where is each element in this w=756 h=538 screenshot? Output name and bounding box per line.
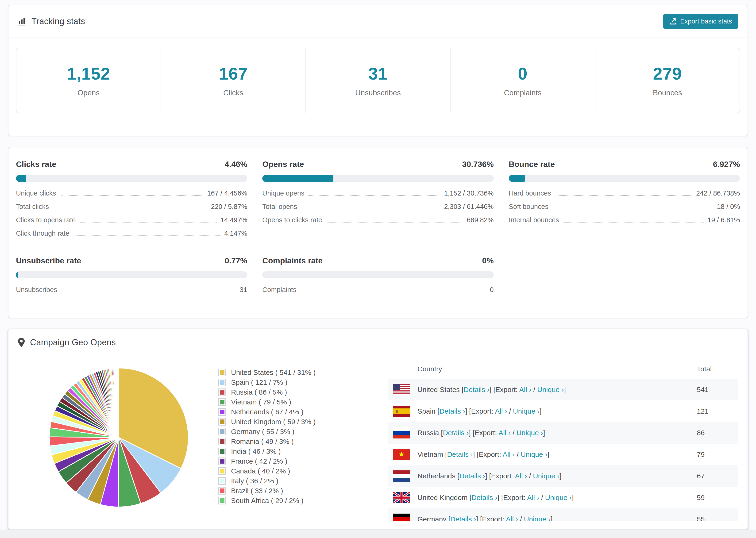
legend-label: Spain ( 121 / 7% ) [231,378,287,386]
export-all-link[interactable]: All › [519,386,531,394]
map-pin-icon [18,338,25,347]
legend-item-south-africa: South Africa ( 29 / 2% ) [219,496,360,506]
details-link[interactable]: Details › [439,407,465,415]
rate-block-unsubscribe-rate: Unsubscribe rate0.77%Unsubscribes31 [16,256,247,294]
table-row-united-states: United States [Details ›] [Export: All ›… [388,379,738,401]
ru-flag-icon [393,427,410,439]
country-name: United Kingdom [ [417,494,471,501]
country-row-text: Vietnam [Details ›] [Export: All › / Uni… [417,451,549,458]
stat-box-bounces: 279Bounces [595,48,740,113]
export-unique-link[interactable]: Unique › [524,515,551,521]
rate-title: Complaints rate [262,256,323,265]
export-all-link[interactable]: All › [527,494,539,501]
pie-slice-53[interactable] [119,368,119,438]
details-link[interactable]: Details › [471,494,497,501]
rate-row-value: 1,152 / 30.736% [444,189,494,197]
dotted-leader [326,222,463,223]
geo-table: Country Total United States [Details ›] … [388,359,738,521]
dotted-leader [60,195,203,196]
rate-row-label: Total clicks [16,203,49,211]
rate-row-internal-bounces: Internal bounces19 / 6.81% [509,216,740,224]
total-cell: 86 [697,429,738,437]
export-all-link[interactable]: All › [499,429,511,437]
dotted-leader [555,195,692,196]
bracket-text: ] [Export: [473,451,503,458]
export-all-link[interactable]: All › [495,407,507,415]
legend-label: Germany ( 55 / 3% ) [231,428,295,436]
stat-value-opens: 1,152 [67,64,110,83]
bracket-text: ] [572,494,573,501]
bracket-text: ] [Export: [465,407,495,415]
page-background-strip [0,529,756,538]
export-unique-link[interactable]: Unique › [513,407,540,415]
export-button-label: Export basic stats [680,18,732,25]
rate-row-value: 31 [240,286,247,294]
stats-row: 1,152Opens167Clicks31Unsubscribes0Compla… [16,48,740,113]
rate-title: Bounce rate [509,160,555,169]
country-cell: Vietnam [Details ›] [Export: All › / Uni… [393,449,697,460]
dotted-leader [308,195,440,196]
legend-item-india: India ( 46 / 3% ) [219,447,360,456]
country-column-header: Country [388,365,697,373]
legend-label: Vietnam ( 79 / 5% ) [231,398,291,406]
tracking-stats-header: Tracking stats Export basic stats [9,5,747,38]
export-unique-link[interactable]: Unique › [537,386,564,394]
export-all-link[interactable]: All › [515,472,527,480]
legend-item-vietnam: Vietnam ( 79 / 5% ) [219,397,360,407]
rate-block-clicks-rate: Clicks rate4.46%Unique clicks167 / 4.456… [16,160,247,237]
rate-title: Opens rate [262,160,304,169]
rate-header-complaints-rate: Complaints rate0% [262,256,494,265]
legend-label: United Kingdom ( 59 / 3% ) [231,418,315,426]
details-link[interactable]: Details › [459,472,485,480]
dotted-leader [301,209,441,209]
legend-item-netherlands: Netherlands ( 67 / 4% ) [219,407,360,417]
stat-value-unsubscribes: 31 [368,64,388,83]
bar-chart-icon [18,17,26,26]
progress-bar-fill [16,175,26,182]
rates-card: Clicks rate4.46%Unique clicks167 / 4.456… [8,147,748,318]
export-unique-link[interactable]: Unique › [516,429,543,437]
legend-item-spain: Spain ( 121 / 7% ) [219,377,360,387]
export-unique-link[interactable]: Unique › [533,472,560,480]
legend-item-italy: Italy ( 36 / 2% ) [219,476,360,486]
rate-row-total-clicks: Total clicks220 / 5.87% [16,203,247,211]
rate-row-label: Unsubscribes [16,286,57,294]
details-link[interactable]: Details › [450,515,476,521]
details-link[interactable]: Details › [443,429,469,437]
country-name: Netherlands [ [417,472,459,480]
country-cell: Spain [Details ›] [Export: All › / Uniqu… [393,405,697,417]
rate-block-bounce-rate: Bounce rate6.927%Hard bounces242 / 86.73… [509,160,740,237]
rate-row-value: 19 / 6.81% [707,216,740,224]
country-row-text: Spain [Details ›] [Export: All › / Uniqu… [417,407,542,415]
rate-row-value: 2,303 / 61.446% [444,203,494,211]
export-unique-link[interactable]: Unique › [545,494,572,501]
export-unique-link[interactable]: Unique › [521,451,547,458]
rate-row-value: 689.82% [467,216,494,224]
geo-body: United States ( 541 / 31% )Spain ( 121 /… [9,356,747,521]
stat-box-unsubscribes: 31Unsubscribes [305,48,451,113]
details-link[interactable]: Details › [447,451,473,458]
rate-row-label: Clicks to opens rate [16,216,76,224]
rate-title: Unsubscribe rate [16,256,81,265]
dotted-leader [300,292,486,292]
rate-row-label: Unique clicks [16,189,56,197]
legend-swatch [219,438,225,445]
tracking-stats-card: Tracking stats Export basic stats 1,152O… [8,5,748,136]
legend-swatch [219,458,225,464]
bracket-text: ] [540,407,541,415]
stat-label-unsubscribes: Unsubscribes [355,88,401,97]
legend-item-united-states: United States ( 541 / 31% ) [219,368,360,377]
export-all-link[interactable]: All › [503,451,515,458]
legend-item-germany: Germany ( 55 / 3% ) [219,427,360,437]
export-all-link[interactable]: All › [506,515,518,521]
rate-row-value: 14.497% [220,216,247,224]
dotted-leader [552,209,713,209]
rate-row-value: 220 / 5.87% [211,203,247,211]
details-link[interactable]: Details › [464,386,490,394]
country-name: United States [ [417,386,464,394]
dotted-leader [73,236,220,236]
rate-header-unsubscribe-rate: Unsubscribe rate0.77% [16,256,247,265]
country-row-text: United Kingdom [Details ›] [Export: All … [417,494,573,502]
country-cell: Russia [Details ›] [Export: All › / Uniq… [393,427,697,439]
export-basic-stats-button[interactable]: Export basic stats [663,14,738,28]
